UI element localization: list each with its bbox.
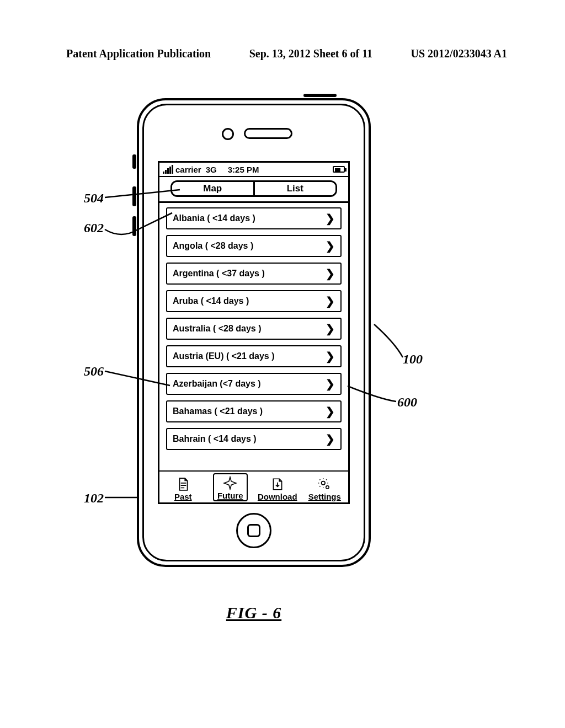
list-item[interactable]: Argentina ( <37 days ) ❯ [166, 263, 342, 285]
ref-100: 100 [403, 352, 423, 367]
list-item[interactable]: Bahamas ( <21 days ) ❯ [166, 400, 342, 422]
status-bar: carrier 3G 3:25 PM [159, 163, 348, 177]
ref-504: 504 [84, 191, 104, 206]
phone-power-button [303, 94, 337, 97]
ref-102: 102 [84, 491, 104, 506]
list-item-label: Bahrain ( <14 days ) [173, 434, 326, 444]
chevron-right-icon: ❯ [326, 296, 335, 307]
ref-506: 506 [84, 364, 104, 379]
figure: carrier 3G 3:25 PM Map List Albania ( <1… [127, 88, 381, 618]
tab-bar: Past Future Do [159, 470, 348, 502]
phone-mute-switch [132, 154, 136, 169]
list-item-label: Bahamas ( <21 days ) [173, 406, 326, 416]
segmented-control: Map List [170, 180, 337, 197]
segmented-control-wrap: Map List [159, 177, 348, 203]
home-button[interactable] [236, 513, 271, 548]
chevron-right-icon: ❯ [326, 406, 335, 417]
list-item-label: Argentina ( <37 days ) [173, 269, 326, 279]
network-label: 3G [206, 165, 217, 174]
tab-label: Future [217, 491, 243, 500]
phone-volume-up [132, 186, 136, 206]
chevron-right-icon: ❯ [326, 240, 335, 251]
chevron-right-icon: ❯ [326, 323, 335, 334]
front-camera [222, 128, 234, 140]
page-header: Patent Application Publication Sep. 13, … [66, 47, 507, 60]
list-item[interactable]: Aruba ( <14 days ) ❯ [166, 290, 342, 312]
carrier-label: carrier [175, 165, 201, 174]
home-button-icon [247, 524, 260, 537]
earpiece-speaker [244, 128, 292, 139]
list-item-label: Australia ( <28 days ) [173, 324, 326, 334]
list-item-label: Albania ( <14 days ) [173, 213, 326, 223]
document-icon [176, 477, 190, 492]
figure-caption: FIG - 6 [226, 603, 281, 622]
phone-body: carrier 3G 3:25 PM Map List Albania ( <1… [137, 98, 371, 567]
gear-icon [317, 477, 332, 492]
list-item[interactable]: Azerbaijan (<7 days ) ❯ [166, 373, 342, 395]
tab-label: Download [258, 492, 297, 501]
svg-point-1 [326, 486, 329, 489]
list-item[interactable]: Austria (EU) ( <21 days ) ❯ [166, 345, 342, 367]
tab-list[interactable]: List [253, 182, 336, 195]
tab-past[interactable]: Past [161, 477, 205, 501]
list-item-label: Angola ( <28 days ) [173, 241, 326, 251]
tab-future[interactable]: Future [208, 473, 252, 501]
header-left: Patent Application Publication [66, 47, 211, 60]
clock-label: 3:25 PM [228, 165, 259, 174]
tab-download[interactable]: Download [255, 477, 300, 501]
chevron-right-icon: ❯ [326, 268, 335, 279]
screen: carrier 3G 3:25 PM Map List Albania ( <1… [158, 161, 350, 504]
ref-602: 602 [84, 221, 104, 235]
battery-icon [333, 166, 345, 173]
tab-label: Past [174, 492, 192, 501]
svg-point-0 [322, 481, 326, 485]
chevron-right-icon: ❯ [326, 378, 335, 389]
header-right: US 2012/0233043 A1 [411, 47, 507, 60]
download-icon [270, 477, 285, 492]
list-item-label: Azerbaijan (<7 days ) [173, 379, 326, 389]
list-item[interactable]: Bahrain ( <14 days ) ❯ [166, 428, 342, 450]
list-item-label: Aruba ( <14 days ) [173, 296, 326, 306]
list-item-label: Austria (EU) ( <21 days ) [173, 351, 326, 361]
list-item[interactable]: Australia ( <28 days ) ❯ [166, 318, 342, 340]
airplane-icon [222, 475, 238, 491]
tab-label: Settings [308, 492, 341, 501]
signal-icon [163, 165, 173, 174]
tab-map[interactable]: Map [172, 182, 253, 195]
list-item[interactable]: Albania ( <14 days ) ❯ [166, 207, 342, 229]
tab-settings[interactable]: Settings [302, 477, 347, 501]
list-item[interactable]: Angola ( <28 days ) ❯ [166, 235, 342, 257]
chevron-right-icon: ❯ [326, 351, 335, 362]
ref-600: 600 [397, 395, 417, 410]
phone-volume-down [132, 216, 136, 236]
chevron-right-icon: ❯ [326, 213, 335, 224]
chevron-right-icon: ❯ [326, 433, 335, 445]
country-list[interactable]: Albania ( <14 days ) ❯ Angola ( <28 days… [159, 203, 348, 450]
header-center: Sep. 13, 2012 Sheet 6 of 11 [249, 47, 372, 60]
